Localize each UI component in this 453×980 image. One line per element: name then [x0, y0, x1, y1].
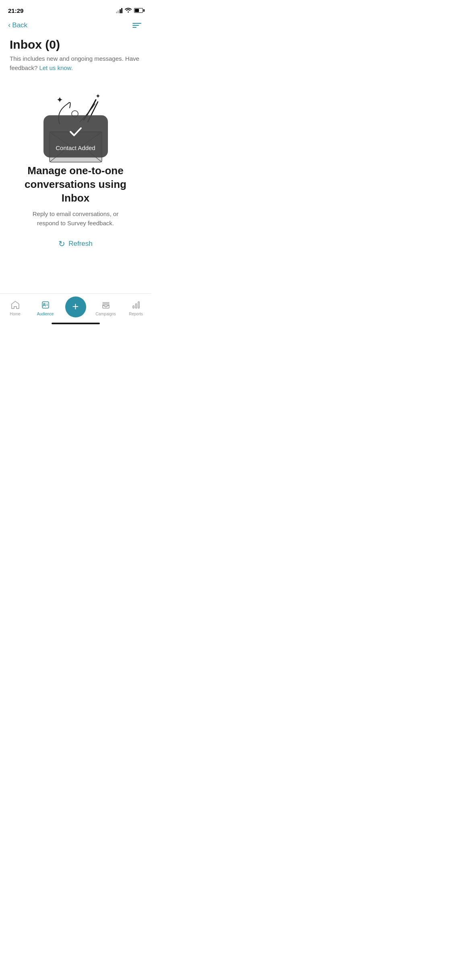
nav-bar: ‹ Back	[0, 18, 151, 33]
status-time: 21:29	[8, 7, 23, 14]
fab-add-button[interactable]: +	[65, 296, 86, 317]
page-title: Inbox (0)	[10, 37, 141, 52]
battery-icon	[134, 8, 143, 13]
audience-icon	[40, 300, 51, 310]
svg-rect-2	[42, 302, 49, 308]
toast-check-icon	[67, 123, 85, 140]
signal-bars-icon	[116, 8, 123, 13]
main-content: ✦ ✦	[0, 76, 151, 257]
refresh-button[interactable]: ↻ Refresh	[58, 239, 93, 249]
tab-home-label: Home	[10, 312, 21, 316]
home-icon	[10, 300, 21, 310]
tab-campaigns-label: Campaigns	[95, 312, 116, 316]
subtitle-text: This includes new and ongoing messages. …	[10, 55, 139, 71]
tab-reports-label: Reports	[129, 312, 143, 316]
refresh-icon: ↻	[58, 239, 65, 249]
empty-state-title: Manage one-to-one conversations using In…	[19, 164, 132, 205]
tab-audience[interactable]: Audience	[30, 300, 60, 316]
home-indicator	[52, 323, 100, 324]
back-label: Back	[12, 21, 27, 29]
svg-point-3	[43, 303, 45, 305]
page-header: Inbox (0) This includes new and ongoing …	[0, 33, 151, 76]
page-subtitle: This includes new and ongoing messages. …	[10, 54, 141, 72]
tab-reports[interactable]: Reports	[121, 300, 151, 316]
back-chevron-icon: ‹	[8, 21, 10, 29]
empty-state-subtitle: Reply to email conversations, or respond…	[23, 210, 128, 228]
status-bar: 21:29	[0, 0, 151, 18]
campaigns-icon	[101, 300, 111, 310]
illustration-area: ✦ ✦	[19, 92, 132, 249]
tab-add[interactable]: +	[60, 298, 91, 317]
toast-overlay: Contact Added	[43, 115, 108, 158]
tab-campaigns[interactable]: Campaigns	[91, 300, 121, 316]
reports-icon	[131, 300, 141, 310]
refresh-label: Refresh	[68, 240, 93, 248]
feedback-link[interactable]: Let us know.	[39, 64, 72, 71]
status-icons	[116, 7, 143, 14]
illustration-wrapper: ✦ ✦	[35, 92, 116, 164]
tab-audience-label: Audience	[37, 312, 54, 316]
filter-button[interactable]	[131, 21, 143, 29]
svg-rect-6	[135, 304, 137, 308]
fab-plus-icon: +	[72, 301, 79, 312]
back-button[interactable]: ‹ Back	[8, 21, 27, 29]
tab-bar: Home Audience + Campaigns	[0, 293, 151, 327]
svg-rect-7	[138, 302, 139, 308]
tab-home[interactable]: Home	[0, 300, 30, 316]
wifi-icon	[125, 7, 132, 14]
toast-label: Contact Added	[56, 144, 95, 151]
svg-rect-5	[133, 306, 134, 308]
